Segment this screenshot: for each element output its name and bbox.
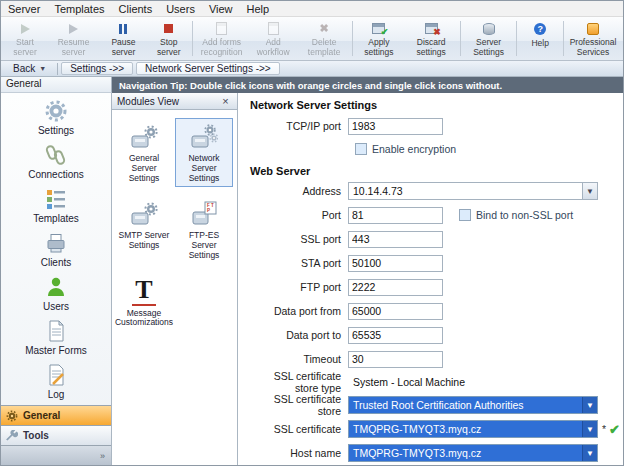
server-settings-button[interactable]: Server Settings [462, 18, 516, 59]
enable-encryption-row: Enable encryption [248, 138, 623, 160]
address-row: Address 10.14.4.73 ▼ [248, 179, 623, 203]
discard-settings-button[interactable]: ✖ Discard settings [403, 18, 459, 59]
resume-server-label: Resume server [49, 38, 98, 58]
address-combo[interactable]: 10.14.4.73 ▼ [348, 182, 598, 200]
apply-settings-icon: ✔ [372, 21, 385, 36]
port-input[interactable] [348, 207, 443, 224]
ssl-certificate-combo[interactable]: TMQPRG-TMYQT3.myq.cz ▼ [348, 420, 598, 438]
add-forms-recognition-button[interactable]: Add forms recognition [194, 18, 250, 59]
sidebar-item-label: Templates [33, 213, 79, 224]
ssl-certificate-label: SSL certificate [248, 423, 348, 435]
pause-server-icon [119, 21, 127, 36]
stop-server-icon [164, 21, 173, 36]
ftp-port-input[interactable] [348, 279, 443, 296]
menu-clients[interactable]: Clients [112, 1, 160, 16]
toolbar-separator [460, 21, 461, 56]
module-ftp-es-server-settings[interactable]: F TP FTP-ES Server Settings [175, 195, 233, 264]
resume-server-button[interactable]: Resume server [47, 18, 100, 59]
modules-title: Modules View [117, 96, 179, 107]
sidebar-nav-list: Settings Connections Templates [1, 95, 111, 403]
gear-icon [6, 410, 18, 422]
stop-server-button[interactable]: Stop server [147, 18, 191, 59]
cert-store-label: SSL certificate store [248, 393, 348, 417]
chevron-down-icon[interactable]: ▼ [582, 397, 597, 413]
data-port-from-input[interactable] [348, 303, 443, 320]
start-server-button[interactable]: Start server [3, 18, 47, 59]
sidebar-section-general[interactable]: General [1, 405, 111, 425]
module-message-customizations[interactable]: T Message Customizations [115, 273, 173, 333]
tcp-ip-port-input[interactable] [348, 118, 443, 135]
module-network-server-settings[interactable]: Network Server Settings [175, 118, 233, 187]
timeout-input[interactable] [348, 351, 443, 368]
sidebar-section-tools[interactable]: Tools [1, 425, 111, 445]
data-port-to-input[interactable] [348, 327, 443, 344]
apply-settings-button[interactable]: ✔ Apply settings [354, 18, 403, 59]
help-button[interactable]: ? Help [518, 18, 562, 59]
discard-settings-icon: ✖ [425, 21, 438, 36]
modules-header: Modules View × [112, 93, 237, 110]
bind-non-ssl-checkbox[interactable] [459, 209, 471, 221]
data-port-from-label: Data port from [248, 305, 348, 317]
sidebar-item-log[interactable]: Log [1, 359, 111, 403]
help-label: Help [531, 39, 548, 49]
module-smtp-server-settings[interactable]: SMTP Server Settings [115, 195, 173, 264]
apply-settings-label: Apply settings [356, 38, 401, 58]
cert-store-type-row: SSL certificate store type System - Loca… [248, 371, 623, 393]
menu-templates[interactable]: Templates [47, 1, 111, 16]
ssl-port-input[interactable] [348, 231, 443, 248]
breadcrumb-network-server-settings[interactable]: Network Server Settings ->> [136, 62, 280, 75]
sta-port-input[interactable] [348, 255, 443, 272]
cert-store-type-value: System - Local Machine [348, 376, 465, 388]
sidebar-item-settings[interactable]: Settings [1, 95, 111, 139]
start-server-icon [21, 21, 30, 36]
network-server-gear-icon [190, 122, 218, 152]
sidebar-item-label: Clients [41, 257, 72, 268]
sidebar-item-clients[interactable]: Clients [1, 227, 111, 271]
sta-port-row: STA port [248, 251, 623, 275]
delete-template-button[interactable]: ✖ Delete template [297, 18, 352, 59]
stop-server-label: Stop server [149, 38, 189, 58]
breadcrumb-settings[interactable]: Settings ->> [61, 62, 133, 75]
overflow-chevron-icon: » [100, 451, 105, 461]
module-general-server-settings[interactable]: General Server Settings [115, 118, 173, 187]
back-button[interactable]: Back ▼ [5, 63, 54, 74]
server-settings-icon [483, 21, 495, 36]
sidebar-footer[interactable]: » [1, 445, 111, 465]
sidebar-item-label: Connections [28, 169, 84, 180]
menu-server[interactable]: Server [1, 1, 47, 16]
menu-view[interactable]: View [202, 1, 240, 16]
menu-users[interactable]: Users [159, 1, 202, 16]
sidebar-item-master-forms[interactable]: Master Forms [1, 315, 111, 359]
close-icon[interactable]: × [219, 96, 232, 107]
tcp-ip-port-row: TCP/IP port [248, 114, 623, 138]
cert-store-combo[interactable]: Trusted Root Certification Authorities ▼ [348, 396, 598, 414]
professional-services-button[interactable]: Professional Services [565, 18, 621, 59]
ftp-port-row: FTP port [248, 275, 623, 299]
add-forms-recognition-icon [216, 21, 227, 36]
module-label: Network Server Settings [177, 154, 231, 183]
host-name-combo[interactable]: TMQPRG-TMYQT3.myq.cz ▼ [348, 444, 598, 462]
ssl-certificate-row: SSL certificate TMQPRG-TMYQT3.myq.cz ▼ *… [248, 417, 623, 441]
sidebar-section-label: Tools [23, 430, 49, 441]
chevron-down-icon[interactable]: ▼ [582, 421, 597, 437]
breadcrumb-divider [57, 63, 58, 75]
timeout-label: Timeout [248, 353, 348, 365]
sidebar: Settings Connections Templates [1, 93, 112, 465]
letter-t-icon: T [132, 277, 155, 307]
sidebar-item-templates[interactable]: Templates [1, 183, 111, 227]
menu-help[interactable]: Help [240, 1, 277, 16]
pause-server-button[interactable]: Pause server [100, 18, 147, 59]
data-port-to-row: Data port to [248, 323, 623, 347]
host-name-value: TMQPRG-TMYQT3.myq.cz [349, 445, 582, 461]
enable-encryption-checkbox[interactable] [355, 143, 367, 155]
sidebar-item-connections[interactable]: Connections [1, 139, 111, 183]
add-workflow-button[interactable]: Add workflow [250, 18, 297, 59]
chevron-down-icon[interactable]: ▼ [582, 445, 597, 461]
toolbar-separator [352, 21, 353, 56]
help-icon: ? [534, 21, 546, 37]
sidebar-item-users[interactable]: Users [1, 271, 111, 315]
svg-text:P: P [207, 208, 210, 213]
page-title: Network Server Settings [250, 99, 623, 111]
chevron-down-icon[interactable]: ▼ [582, 183, 597, 199]
resume-server-icon [69, 21, 78, 36]
